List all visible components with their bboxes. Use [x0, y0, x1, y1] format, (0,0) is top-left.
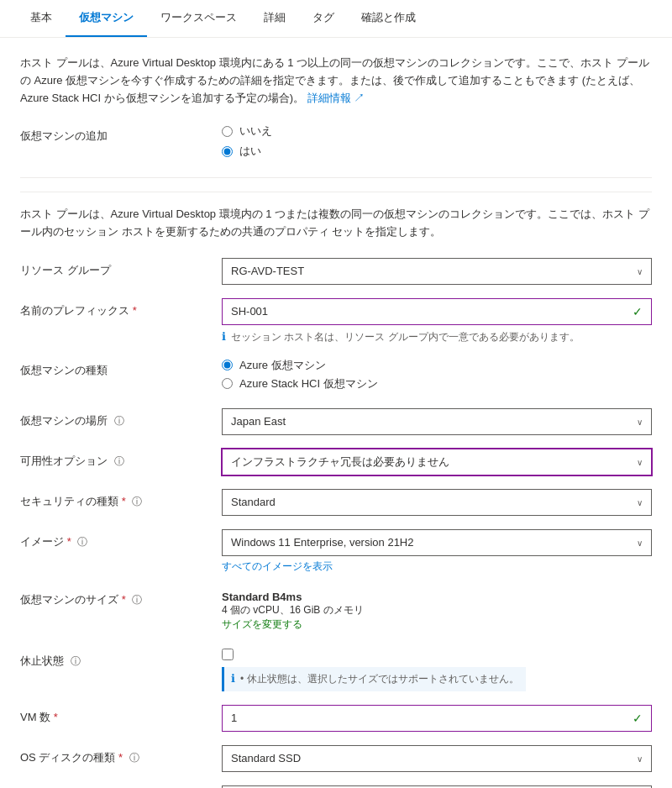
hibernate-hint: ℹ • 休止状態は、選択したサイズではサポートされていません。 — [222, 667, 526, 691]
external-link-icon: ↗ — [354, 92, 365, 104]
required-indicator: * — [133, 304, 137, 317]
vm-type-stack-hci-option[interactable]: Azure Stack HCI 仮想マシン — [222, 376, 652, 391]
add-vm-no-option[interactable]: いいえ — [222, 123, 652, 139]
image-control: Windows 11 Enterprise, version 21H2 ∨ すべ… — [222, 529, 652, 574]
vm-type-control: Azure 仮想マシン Azure Stack HCI 仮想マシン — [222, 358, 652, 395]
vm-location-dropdown[interactable]: Japan East ∨ — [222, 408, 652, 435]
chevron-down-icon: ∨ — [637, 266, 643, 276]
os-disk-type-dropdown[interactable]: Standard SSD ∨ — [222, 745, 652, 772]
sub-description-text: ホスト プールは、Azure Virtual Desktop 環境内の 1 つま… — [20, 192, 652, 241]
info-circle-icon: ℹ — [231, 672, 235, 685]
availability-option-control: インフラストラクチャ冗長は必要ありません ∨ — [222, 449, 652, 475]
vm-count-input[interactable] — [231, 712, 643, 724]
info-icon: ⓘ — [132, 496, 142, 507]
os-disk-type-row: OS ディスクの種類 * ⓘ Standard SSD ∨ — [20, 745, 652, 772]
os-disk-type-label: OS ディスクの種類 * ⓘ — [20, 745, 222, 765]
availability-option-row: 可用性オプション ⓘ インフラストラクチャ冗長は必要ありません ∨ — [20, 449, 652, 475]
vm-size-info: Standard B4ms 4 個の vCPU、16 GiB のメモリ サイズを… — [222, 587, 652, 635]
hibernate-checkbox[interactable] — [222, 649, 234, 660]
change-size-link[interactable]: サイズを変更する — [222, 618, 302, 630]
info-icon: ⓘ — [114, 415, 124, 427]
hibernate-checkbox-row — [222, 649, 234, 660]
resource-group-row: リソース グループ RG-AVD-TEST ∨ — [20, 258, 652, 285]
tab-tags[interactable]: タグ — [299, 0, 348, 37]
os-disk-type-control: Standard SSD ∨ — [222, 745, 652, 772]
security-type-control: Standard ∨ — [222, 489, 652, 516]
vm-size-label: 仮想マシンのサイズ * ⓘ — [20, 587, 222, 607]
add-vm-yes-option[interactable]: はい — [222, 144, 652, 159]
required-indicator: * — [118, 751, 123, 764]
vm-type-stack-hci-radio[interactable] — [222, 378, 233, 389]
info-icon: ⓘ — [132, 594, 142, 606]
chevron-down-icon: ∨ — [637, 754, 643, 763]
tab-bar: 基本 仮想マシン ワークスペース 詳細 タグ 確認と作成 — [0, 0, 672, 38]
info-icon: ⓘ — [71, 655, 81, 667]
vm-location-row: 仮想マシンの場所 ⓘ Japan East ∨ — [20, 408, 652, 435]
vm-size-control: Standard B4ms 4 個の vCPU、16 GiB のメモリ サイズを… — [222, 587, 652, 635]
vm-count-input-wrapper[interactable]: ✓ — [222, 705, 652, 732]
vm-location-control: Japan East ∨ — [222, 408, 652, 435]
main-content: ホスト プールは、Azure Virtual Desktop 環境内にある 1 … — [0, 38, 672, 788]
tab-workspace[interactable]: ワークスペース — [147, 0, 250, 37]
valid-check-icon: ✓ — [633, 305, 643, 318]
hibernate-control: ℹ • 休止状態は、選択したサイズではサポートされていません。 — [222, 649, 652, 691]
name-prefix-input-wrapper[interactable]: ✓ — [222, 298, 652, 325]
resource-group-dropdown[interactable]: RG-AVD-TEST ∨ — [222, 258, 652, 285]
info-icon: ⓘ — [114, 455, 124, 467]
add-vm-label: 仮想マシンの追加 — [20, 123, 222, 144]
image-label: イメージ * ⓘ — [20, 529, 222, 549]
vm-type-label: 仮想マシンの種類 — [20, 358, 222, 378]
info-icon: ⓘ — [129, 752, 139, 764]
image-row: イメージ * ⓘ Windows 11 Enterprise, version … — [20, 529, 652, 574]
vm-size-row: 仮想マシンのサイズ * ⓘ Standard B4ms 4 個の vCPU、16… — [20, 587, 652, 635]
resource-group-label: リソース グループ — [20, 258, 222, 278]
vm-type-azure-radio[interactable] — [222, 360, 233, 370]
detail-info-link[interactable]: 詳細情報 ↗ — [307, 92, 365, 104]
add-vm-yes-radio[interactable] — [222, 146, 233, 157]
security-type-row: セキュリティの種類 * ⓘ Standard ∨ — [20, 489, 652, 516]
vm-count-label: VM 数 * — [20, 705, 222, 725]
name-prefix-row: 名前のプレフィックス * ✓ ℹ セッション ホスト名は、リソース グループ内で… — [20, 298, 652, 344]
tab-basics[interactable]: 基本 — [17, 0, 66, 37]
tab-detail[interactable]: 詳細 — [250, 0, 299, 37]
chevron-down-icon: ∨ — [637, 497, 643, 507]
description-text: ホスト プールは、Azure Virtual Desktop 環境内にある 1 … — [20, 55, 652, 107]
all-images-link[interactable]: すべてのイメージを表示 — [222, 560, 333, 572]
hibernate-section: ℹ • 休止状態は、選択したサイズではサポートされていません。 — [222, 649, 652, 691]
vm-count-row: VM 数 * ✓ — [20, 705, 652, 732]
required-indicator: * — [67, 535, 71, 548]
resource-group-control: RG-AVD-TEST ∨ — [222, 258, 652, 285]
add-vm-no-radio[interactable] — [222, 126, 233, 137]
add-vm-section: 仮想マシンの追加 いいえ はい — [20, 123, 652, 164]
name-prefix-label: 名前のプレフィックス * — [20, 298, 222, 318]
add-vm-options: いいえ はい — [222, 123, 652, 164]
required-indicator: * — [122, 495, 126, 507]
image-dropdown[interactable]: Windows 11 Enterprise, version 21H2 ∨ — [222, 529, 652, 556]
availability-option-label: 可用性オプション ⓘ — [20, 449, 222, 469]
vm-count-control: ✓ — [222, 705, 652, 732]
chevron-down-icon: ∨ — [637, 538, 643, 547]
tab-review[interactable]: 確認と作成 — [348, 0, 429, 37]
valid-check-icon: ✓ — [633, 712, 643, 725]
info-circle-icon: ℹ — [222, 330, 226, 343]
availability-option-dropdown[interactable]: インフラストラクチャ冗長は必要ありません ∨ — [222, 449, 652, 475]
required-indicator: * — [54, 711, 58, 723]
vm-location-label: 仮想マシンの場所 ⓘ — [20, 408, 222, 428]
vm-type-azure-option[interactable]: Azure 仮想マシン — [222, 358, 652, 373]
required-indicator: * — [122, 593, 126, 606]
vm-type-row: 仮想マシンの種類 Azure 仮想マシン Azure Stack HCI 仮想マ… — [20, 358, 652, 395]
security-type-label: セキュリティの種類 * ⓘ — [20, 489, 222, 509]
name-prefix-control: ✓ ℹ セッション ホスト名は、リソース グループ内で一意である必要があります。 — [222, 298, 652, 344]
chevron-down-icon: ∨ — [637, 417, 643, 426]
name-prefix-hint: ℹ セッション ホスト名は、リソース グループ内で一意である必要があります。 — [222, 330, 652, 344]
hibernate-label: 休止状態 ⓘ — [20, 649, 222, 669]
name-prefix-input[interactable] — [231, 305, 643, 318]
chevron-down-icon: ∨ — [637, 457, 643, 466]
divider — [20, 177, 652, 178]
info-icon: ⓘ — [77, 536, 87, 548]
hibernate-row: 休止状態 ⓘ ℹ • 休止状態は、選択したサイズではサポートされていません。 — [20, 649, 652, 691]
tab-vm[interactable]: 仮想マシン — [66, 0, 147, 37]
security-type-dropdown[interactable]: Standard ∨ — [222, 489, 652, 516]
